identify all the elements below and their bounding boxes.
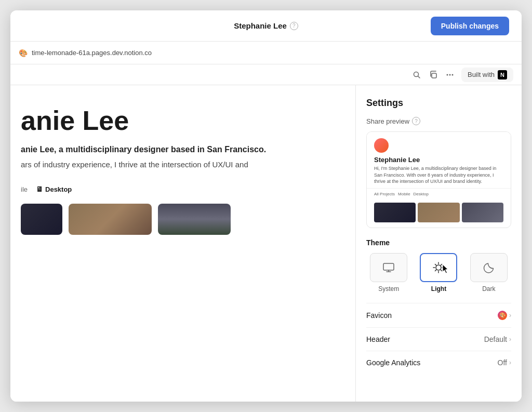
theme-option-system[interactable]: System [366, 253, 411, 293]
analytics-value: Off › [498, 358, 511, 367]
header-label: Header [366, 335, 390, 343]
preview-avatar [374, 138, 389, 153]
svg-line-15 [441, 264, 442, 265]
app-window: Stephanie Lee ? Publish changes 🎨 time-l… [10, 10, 522, 402]
theme-light-icon-box [420, 253, 457, 282]
page-content: anie Lee anie Lee, a multidisciplinary d… [10, 85, 355, 402]
built-with-badge[interactable]: Built with N [461, 68, 513, 82]
svg-line-1 [418, 76, 420, 78]
main-area: anie Lee anie Lee, a multidisciplinary d… [10, 85, 522, 402]
theme-dark-label: Dark [482, 285, 495, 293]
notion-logo: N [498, 70, 507, 79]
share-preview-label: Share preview ? [366, 117, 511, 125]
built-with-text: Built with [468, 71, 495, 78]
info-icon[interactable]: ? [290, 22, 298, 30]
settings-title: Settings [366, 98, 511, 109]
svg-point-4 [449, 74, 450, 75]
page-heading: anie Lee [21, 106, 345, 136]
share-preview-info-icon[interactable]: ? [412, 117, 420, 125]
header-row[interactable]: Header Default › [366, 327, 511, 351]
theme-system-label: System [378, 285, 399, 293]
preview-nav-mobile: Mobile [398, 192, 410, 196]
preview-desc: Hi, I'm Stephanie Lee, a multidisciplina… [374, 165, 503, 185]
url-bar: 🎨 time-lemonade-61a.pages.dev.notion.co [10, 42, 522, 64]
analytics-label: Google Analytics [366, 358, 420, 367]
favicon-value: 🎨 › [498, 311, 511, 320]
svg-rect-2 [432, 73, 436, 78]
image-item-2 [69, 204, 152, 235]
theme-dark-icon-box [470, 253, 508, 282]
preview-nav-desktop: Desktop [414, 192, 429, 196]
svg-line-14 [435, 270, 436, 271]
analytics-chevron: › [509, 359, 511, 366]
header-value: Default › [484, 335, 511, 343]
top-bar: Stephanie Lee ? Publish changes [10, 10, 522, 42]
svg-line-13 [441, 270, 442, 271]
site-favicon-icon: 🎨 [19, 49, 28, 57]
preview-images [367, 200, 511, 228]
page-subtext-bold: anie Lee, a multidisciplinary designer b… [21, 144, 345, 155]
preview-name: Stephanie Lee [374, 156, 503, 164]
image-grid [21, 204, 345, 235]
page-body: ars of industry experience, I thrive at … [21, 159, 345, 171]
nav-tabs: ile 🖥 Desktop [21, 183, 345, 195]
theme-system-icon-box [370, 253, 407, 282]
analytics-row[interactable]: Google Analytics Off › [366, 351, 511, 374]
theme-light-label: Light [431, 285, 446, 293]
preview-img-3 [462, 203, 503, 222]
settings-panel: Settings Share preview ? Stephanie Lee H… [355, 85, 522, 402]
preview-img-2 [418, 203, 459, 222]
preview-img-1 [374, 203, 416, 222]
desktop-tab[interactable]: 🖥 Desktop [36, 183, 72, 195]
top-bar-center: Stephanie Lee ? [234, 21, 298, 30]
preview-nav-all: All Projects [374, 192, 395, 196]
svg-point-7 [436, 265, 441, 270]
page-title: Stephanie Lee [234, 21, 287, 30]
theme-option-light[interactable]: Light [416, 253, 461, 293]
favicon-row[interactable]: Favicon 🎨 › [366, 303, 511, 327]
theme-label: Theme [366, 238, 511, 247]
theme-selector: System [366, 253, 511, 293]
preview-header: Stephanie Lee Hi, I'm Stephanie Lee, a m… [367, 132, 511, 188]
preview-nav: All Projects Mobile Desktop [367, 188, 511, 200]
mobile-tab[interactable]: ile [21, 183, 28, 195]
more-options-icon[interactable] [445, 70, 455, 80]
top-bar-right: Publish changes [298, 17, 509, 35]
svg-line-12 [435, 264, 436, 265]
browser-toolbar: Built with N [10, 64, 522, 85]
theme-option-dark[interactable]: Dark [467, 253, 511, 293]
svg-rect-6 [383, 263, 394, 270]
svg-point-3 [446, 74, 448, 75]
favicon-chevron: › [509, 312, 511, 319]
monitor-icon: 🖥 [36, 185, 43, 193]
image-item-1 [21, 204, 62, 235]
header-chevron: › [509, 336, 511, 343]
preview-card: Stephanie Lee Hi, I'm Stephanie Lee, a m… [366, 131, 511, 228]
favicon-label: Favicon [366, 311, 392, 320]
url-text: time-lemonade-61a.pages.dev.notion.co [32, 49, 152, 57]
svg-point-5 [451, 74, 453, 75]
favicon-icon: 🎨 [498, 311, 507, 320]
search-icon[interactable] [411, 70, 422, 80]
image-item-3 [158, 204, 231, 235]
publish-button[interactable]: Publish changes [431, 17, 509, 35]
copy-icon[interactable] [428, 70, 438, 80]
